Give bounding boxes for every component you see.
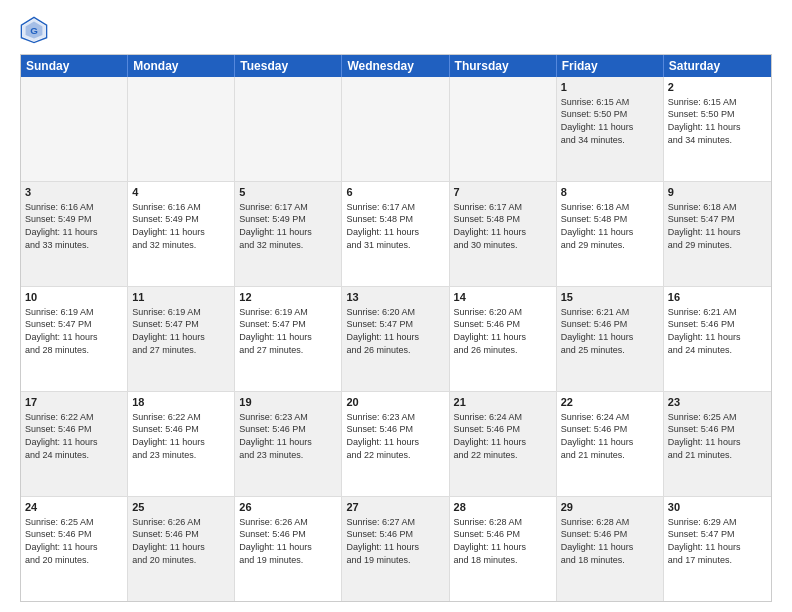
calendar-cell-23: 23Sunrise: 6:25 AM Sunset: 5:46 PM Dayli… <box>664 392 771 496</box>
cell-info: Sunrise: 6:24 AM Sunset: 5:46 PM Dayligh… <box>561 411 659 461</box>
header-day-friday: Friday <box>557 55 664 77</box>
header-day-monday: Monday <box>128 55 235 77</box>
header: G <box>20 16 772 44</box>
calendar-cell-30: 30Sunrise: 6:29 AM Sunset: 5:47 PM Dayli… <box>664 497 771 601</box>
cell-info: Sunrise: 6:16 AM Sunset: 5:49 PM Dayligh… <box>132 201 230 251</box>
calendar-row-2: 10Sunrise: 6:19 AM Sunset: 5:47 PM Dayli… <box>21 286 771 391</box>
calendar-cell-18: 18Sunrise: 6:22 AM Sunset: 5:46 PM Dayli… <box>128 392 235 496</box>
day-number: 26 <box>239 500 337 515</box>
page: G SundayMondayTuesdayWednesdayThursdayFr… <box>0 0 792 612</box>
calendar-cell-27: 27Sunrise: 6:27 AM Sunset: 5:46 PM Dayli… <box>342 497 449 601</box>
day-number: 30 <box>668 500 767 515</box>
calendar-cell-25: 25Sunrise: 6:26 AM Sunset: 5:46 PM Dayli… <box>128 497 235 601</box>
calendar-cell-1: 1Sunrise: 6:15 AM Sunset: 5:50 PM Daylig… <box>557 77 664 181</box>
day-number: 27 <box>346 500 444 515</box>
cell-info: Sunrise: 6:19 AM Sunset: 5:47 PM Dayligh… <box>25 306 123 356</box>
cell-info: Sunrise: 6:23 AM Sunset: 5:46 PM Dayligh… <box>346 411 444 461</box>
calendar-header: SundayMondayTuesdayWednesdayThursdayFrid… <box>21 55 771 77</box>
cell-info: Sunrise: 6:22 AM Sunset: 5:46 PM Dayligh… <box>132 411 230 461</box>
cell-info: Sunrise: 6:26 AM Sunset: 5:46 PM Dayligh… <box>239 516 337 566</box>
calendar-cell-empty-0-2 <box>235 77 342 181</box>
calendar-cell-5: 5Sunrise: 6:17 AM Sunset: 5:49 PM Daylig… <box>235 182 342 286</box>
calendar-cell-11: 11Sunrise: 6:19 AM Sunset: 5:47 PM Dayli… <box>128 287 235 391</box>
cell-info: Sunrise: 6:16 AM Sunset: 5:49 PM Dayligh… <box>25 201 123 251</box>
day-number: 19 <box>239 395 337 410</box>
day-number: 13 <box>346 290 444 305</box>
calendar-row-0: 1Sunrise: 6:15 AM Sunset: 5:50 PM Daylig… <box>21 77 771 181</box>
cell-info: Sunrise: 6:19 AM Sunset: 5:47 PM Dayligh… <box>239 306 337 356</box>
calendar-cell-26: 26Sunrise: 6:26 AM Sunset: 5:46 PM Dayli… <box>235 497 342 601</box>
cell-info: Sunrise: 6:29 AM Sunset: 5:47 PM Dayligh… <box>668 516 767 566</box>
day-number: 25 <box>132 500 230 515</box>
cell-info: Sunrise: 6:18 AM Sunset: 5:47 PM Dayligh… <box>668 201 767 251</box>
calendar-cell-24: 24Sunrise: 6:25 AM Sunset: 5:46 PM Dayli… <box>21 497 128 601</box>
cell-info: Sunrise: 6:21 AM Sunset: 5:46 PM Dayligh… <box>561 306 659 356</box>
cell-info: Sunrise: 6:27 AM Sunset: 5:46 PM Dayligh… <box>346 516 444 566</box>
calendar-cell-22: 22Sunrise: 6:24 AM Sunset: 5:46 PM Dayli… <box>557 392 664 496</box>
day-number: 11 <box>132 290 230 305</box>
day-number: 28 <box>454 500 552 515</box>
calendar-cell-empty-0-0 <box>21 77 128 181</box>
calendar-cell-8: 8Sunrise: 6:18 AM Sunset: 5:48 PM Daylig… <box>557 182 664 286</box>
day-number: 10 <box>25 290 123 305</box>
header-day-tuesday: Tuesday <box>235 55 342 77</box>
cell-info: Sunrise: 6:25 AM Sunset: 5:46 PM Dayligh… <box>668 411 767 461</box>
calendar-row-4: 24Sunrise: 6:25 AM Sunset: 5:46 PM Dayli… <box>21 496 771 601</box>
calendar-cell-16: 16Sunrise: 6:21 AM Sunset: 5:46 PM Dayli… <box>664 287 771 391</box>
day-number: 29 <box>561 500 659 515</box>
day-number: 12 <box>239 290 337 305</box>
day-number: 22 <box>561 395 659 410</box>
header-day-sunday: Sunday <box>21 55 128 77</box>
day-number: 1 <box>561 80 659 95</box>
cell-info: Sunrise: 6:28 AM Sunset: 5:46 PM Dayligh… <box>561 516 659 566</box>
calendar-body: 1Sunrise: 6:15 AM Sunset: 5:50 PM Daylig… <box>21 77 771 601</box>
day-number: 2 <box>668 80 767 95</box>
calendar-cell-17: 17Sunrise: 6:22 AM Sunset: 5:46 PM Dayli… <box>21 392 128 496</box>
cell-info: Sunrise: 6:26 AM Sunset: 5:46 PM Dayligh… <box>132 516 230 566</box>
cell-info: Sunrise: 6:20 AM Sunset: 5:46 PM Dayligh… <box>454 306 552 356</box>
day-number: 23 <box>668 395 767 410</box>
calendar-row-1: 3Sunrise: 6:16 AM Sunset: 5:49 PM Daylig… <box>21 181 771 286</box>
day-number: 4 <box>132 185 230 200</box>
cell-info: Sunrise: 6:15 AM Sunset: 5:50 PM Dayligh… <box>668 96 767 146</box>
calendar-cell-empty-0-1 <box>128 77 235 181</box>
cell-info: Sunrise: 6:18 AM Sunset: 5:48 PM Dayligh… <box>561 201 659 251</box>
cell-info: Sunrise: 6:17 AM Sunset: 5:48 PM Dayligh… <box>346 201 444 251</box>
logo: G <box>20 16 52 44</box>
day-number: 14 <box>454 290 552 305</box>
header-day-saturday: Saturday <box>664 55 771 77</box>
cell-info: Sunrise: 6:23 AM Sunset: 5:46 PM Dayligh… <box>239 411 337 461</box>
logo-icon: G <box>20 16 48 44</box>
header-day-wednesday: Wednesday <box>342 55 449 77</box>
calendar-cell-2: 2Sunrise: 6:15 AM Sunset: 5:50 PM Daylig… <box>664 77 771 181</box>
day-number: 15 <box>561 290 659 305</box>
calendar-cell-14: 14Sunrise: 6:20 AM Sunset: 5:46 PM Dayli… <box>450 287 557 391</box>
calendar-cell-28: 28Sunrise: 6:28 AM Sunset: 5:46 PM Dayli… <box>450 497 557 601</box>
day-number: 3 <box>25 185 123 200</box>
cell-info: Sunrise: 6:22 AM Sunset: 5:46 PM Dayligh… <box>25 411 123 461</box>
calendar-cell-4: 4Sunrise: 6:16 AM Sunset: 5:49 PM Daylig… <box>128 182 235 286</box>
cell-info: Sunrise: 6:19 AM Sunset: 5:47 PM Dayligh… <box>132 306 230 356</box>
day-number: 24 <box>25 500 123 515</box>
day-number: 16 <box>668 290 767 305</box>
day-number: 5 <box>239 185 337 200</box>
cell-info: Sunrise: 6:25 AM Sunset: 5:46 PM Dayligh… <box>25 516 123 566</box>
calendar-cell-9: 9Sunrise: 6:18 AM Sunset: 5:47 PM Daylig… <box>664 182 771 286</box>
calendar-cell-20: 20Sunrise: 6:23 AM Sunset: 5:46 PM Dayli… <box>342 392 449 496</box>
calendar-cell-7: 7Sunrise: 6:17 AM Sunset: 5:48 PM Daylig… <box>450 182 557 286</box>
calendar-row-3: 17Sunrise: 6:22 AM Sunset: 5:46 PM Dayli… <box>21 391 771 496</box>
calendar-cell-29: 29Sunrise: 6:28 AM Sunset: 5:46 PM Dayli… <box>557 497 664 601</box>
calendar-cell-12: 12Sunrise: 6:19 AM Sunset: 5:47 PM Dayli… <box>235 287 342 391</box>
cell-info: Sunrise: 6:17 AM Sunset: 5:49 PM Dayligh… <box>239 201 337 251</box>
cell-info: Sunrise: 6:28 AM Sunset: 5:46 PM Dayligh… <box>454 516 552 566</box>
day-number: 20 <box>346 395 444 410</box>
calendar-cell-empty-0-4 <box>450 77 557 181</box>
day-number: 18 <box>132 395 230 410</box>
day-number: 8 <box>561 185 659 200</box>
day-number: 7 <box>454 185 552 200</box>
day-number: 17 <box>25 395 123 410</box>
calendar-cell-6: 6Sunrise: 6:17 AM Sunset: 5:48 PM Daylig… <box>342 182 449 286</box>
day-number: 21 <box>454 395 552 410</box>
cell-info: Sunrise: 6:21 AM Sunset: 5:46 PM Dayligh… <box>668 306 767 356</box>
calendar-cell-21: 21Sunrise: 6:24 AM Sunset: 5:46 PM Dayli… <box>450 392 557 496</box>
